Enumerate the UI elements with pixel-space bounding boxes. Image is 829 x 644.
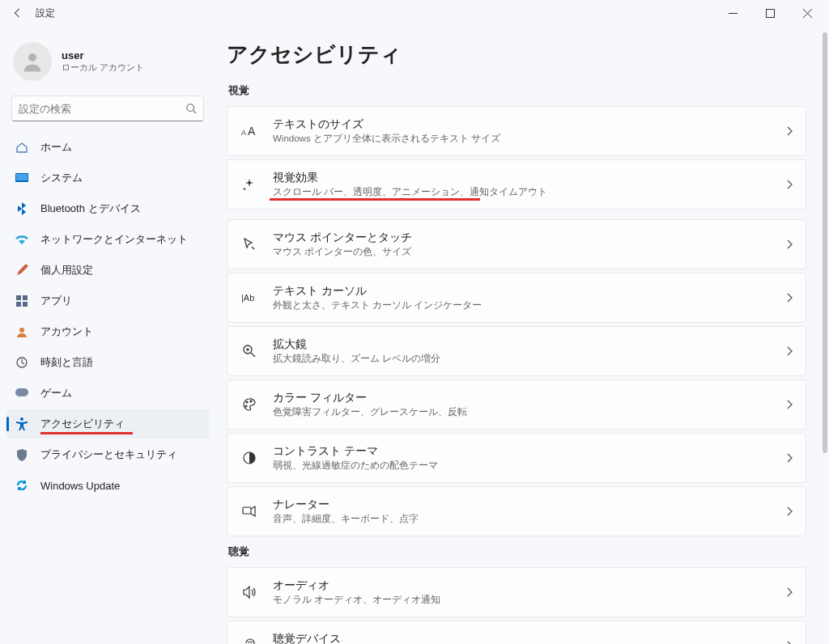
nav-gaming[interactable]: ゲーム [6,379,209,408]
account-icon [15,324,29,339]
card-title: コントラスト テーマ [273,444,786,459]
chevron-right-icon [786,506,793,516]
text-cursor-icon: |Ab [240,289,258,307]
svg-point-13 [19,328,24,333]
card-mouse-pointer[interactable]: マウス ポインターとタッチ マウス ポインターの色、サイズ [227,219,806,269]
nav-label: 時刻と言語 [40,355,93,370]
nav-list: ホーム システム Bluetooth とデバイス ネットワークとインターネット … [6,133,209,500]
search-icon [185,103,197,114]
nav-label: アカウント [40,324,93,339]
nav-privacy[interactable]: プライバシーとセキュリティ [6,440,209,469]
svg-rect-15 [15,388,28,396]
svg-rect-1 [766,9,774,17]
sidebar: user ローカル アカウント ホーム システム [0,26,219,644]
home-icon [15,140,29,155]
card-narrator[interactable]: ナレーター 音声、詳細度、キーボード、点字 [227,486,806,536]
svg-rect-10 [23,295,28,300]
card-magnifier[interactable]: 拡大鏡 拡大鏡読み取り、ズーム レベルの増分 [227,326,806,376]
narrator-icon [240,502,258,520]
card-title: 拡大鏡 [273,337,786,352]
search-field[interactable] [19,103,185,115]
nav-label: Windows Update [40,480,120,492]
card-visual-effects[interactable]: 視覚効果 スクロール バー、透明度、アニメーション、通知タイムアウト [227,159,806,210]
section-vision: 視覚 [228,83,805,98]
nav-accounts[interactable]: アカウント [6,317,209,346]
card-text-size[interactable]: AA テキストのサイズ Windows とアプリ全体に表示されるテキスト サイズ [227,106,806,156]
nav-label: ゲーム [40,386,72,400]
gaming-icon [15,386,29,400]
minimize-button[interactable] [714,0,751,26]
nav-windows-update[interactable]: Windows Update [6,471,209,500]
svg-rect-9 [16,295,21,300]
svg-line-6 [193,111,197,114]
nav-label: Bluetooth とデバイス [40,201,141,216]
speaker-icon [240,583,258,601]
page-title: アクセシビリティ [227,40,806,69]
close-button[interactable] [789,0,826,26]
contrast-icon [240,449,258,467]
card-title: 聴覚デバイス [273,632,786,644]
card-desc: マウス ポインターの色、サイズ [273,246,786,258]
card-audio[interactable]: オーディオ モノラル オーディオ、オーディオ通知 [227,567,806,617]
sparkle-icon [240,176,258,193]
card-hearing-devices[interactable]: 聴覚デバイス プリセット、環境サウンド コントロール、オーディオ ルーティング [227,621,806,644]
chevron-right-icon [786,641,793,644]
brush-icon [15,263,29,278]
network-icon [15,232,29,247]
search-input[interactable] [11,95,204,121]
nav-label: システム [40,171,83,185]
nav-personalization[interactable]: 個人用設定 [6,256,209,285]
svg-text:A: A [248,125,256,138]
card-desc: 音声、詳細度、キーボード、点字 [273,513,786,525]
avatar [13,42,52,81]
chevron-right-icon [786,346,793,356]
bluetooth-icon [15,201,29,216]
nav-label: ネットワークとインターネット [40,232,188,247]
card-desc: 外観と太さ、テキスト カーソル インジケーター [273,299,786,311]
nav-label: ホーム [40,140,72,155]
nav-time-language[interactable]: 時刻と言語 [6,348,209,377]
card-contrast-themes[interactable]: コントラスト テーマ 弱視、光線過敏症のための配色テーマ [227,433,806,483]
shield-icon [15,447,29,462]
svg-line-21 [251,353,255,357]
accessibility-icon [15,417,29,431]
card-title: カラー フィルター [273,391,786,405]
profile-block[interactable]: user ローカル アカウント [6,36,209,94]
svg-rect-12 [23,302,28,307]
username-label: user [62,49,144,61]
scrollbar[interactable] [823,32,827,453]
clock-icon [15,355,29,370]
card-desc: モノラル オーディオ、オーディオ通知 [273,594,786,606]
main-content: アクセシビリティ 視覚 AA テキストのサイズ Windows とアプリ全体に表… [219,26,829,644]
card-color-filters[interactable]: カラー フィルター 色覚障害フィルター、グレースケール、反転 [227,379,806,430]
titlebar: 設定 [0,0,829,26]
nav-network[interactable]: ネットワークとインターネット [6,225,209,254]
back-button[interactable] [3,0,32,26]
svg-point-4 [28,53,36,61]
svg-text:A: A [241,129,246,137]
nav-label: プライバシーとセキュリティ [40,447,177,462]
text-size-icon: AA [240,122,258,140]
maximize-button[interactable] [751,0,789,26]
card-text-cursor[interactable]: |Ab テキスト カーソル 外観と太さ、テキスト カーソル インジケーター [227,273,806,323]
card-desc: 弱視、光線過敏症のための配色テーマ [273,460,786,472]
chevron-right-icon [786,453,793,463]
svg-point-26 [245,405,247,407]
nav-apps[interactable]: アプリ [6,286,209,316]
card-desc: 色覚障害フィルター、グレースケール、反転 [273,406,786,418]
card-title: オーディオ [273,578,786,593]
svg-point-25 [250,400,252,402]
card-title: ナレーター [273,498,786,512]
chevron-right-icon [786,400,793,409]
card-desc: 拡大鏡読み取り、ズーム レベルの増分 [273,353,786,365]
svg-rect-8 [16,174,28,180]
nav-accessibility[interactable]: アクセシビリティ [6,409,209,439]
nav-label: アプリ [40,294,72,308]
nav-bluetooth[interactable]: Bluetooth とデバイス [6,194,209,223]
card-title: テキスト カーソル [273,284,786,299]
chevron-right-icon [786,239,793,249]
card-desc: Windows とアプリ全体に表示されるテキスト サイズ [273,133,786,145]
nav-home[interactable]: ホーム [6,133,209,162]
nav-system[interactable]: システム [6,163,209,193]
card-title: マウス ポインターとタッチ [273,231,786,245]
